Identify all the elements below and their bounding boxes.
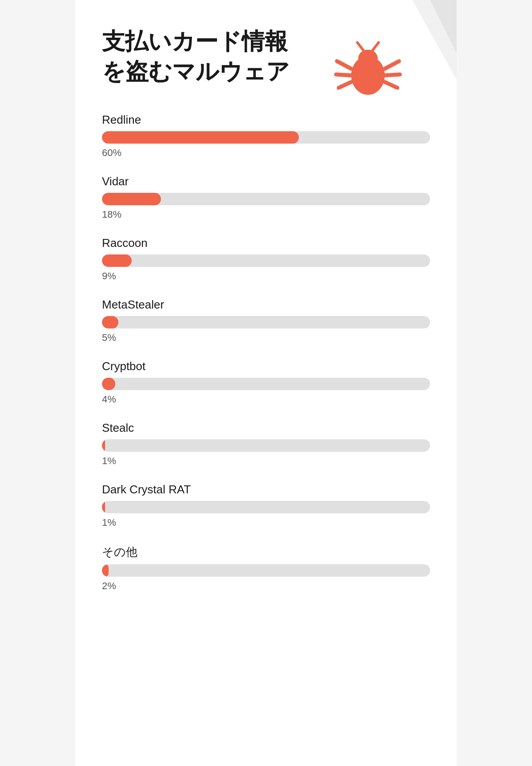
bar-label: Cryptbot <box>102 360 430 373</box>
bar-fill <box>102 254 132 267</box>
bar-label: Stealc <box>102 421 430 435</box>
bar-track <box>102 131 430 144</box>
bar-label: Dark Crystal RAT <box>102 483 430 496</box>
bar-label: Raccoon <box>102 236 430 250</box>
bar-pct-label: 9% <box>102 270 430 282</box>
bar-fill <box>102 439 105 452</box>
svg-line-8 <box>357 43 364 51</box>
bar-label: Redline <box>102 113 430 127</box>
bar-item: Dark Crystal RAT1% <box>102 483 430 528</box>
bar-item: Redline60% <box>102 113 430 159</box>
bar-pct-label: 1% <box>102 517 430 528</box>
bar-label: その他 <box>102 544 430 560</box>
bar-track <box>102 501 430 513</box>
bar-pct-label: 60% <box>102 147 430 159</box>
bar-label: MetaStealer <box>102 298 430 312</box>
page-title: 支払いカード情報を盗むマルウェア <box>102 27 315 86</box>
bar-label: Vidar <box>102 175 430 188</box>
bar-pct-label: 4% <box>102 394 430 405</box>
svg-line-7 <box>385 82 397 88</box>
bar-item: Cryptbot4% <box>102 360 430 405</box>
bar-item: MetaStealer5% <box>102 298 430 344</box>
bar-fill <box>102 378 115 390</box>
bar-fill <box>102 316 118 328</box>
svg-line-9 <box>372 43 379 51</box>
bar-track <box>102 254 430 267</box>
svg-line-2 <box>337 61 351 69</box>
svg-line-5 <box>385 61 399 69</box>
bar-pct-label: 18% <box>102 209 430 220</box>
bar-item: Stealc1% <box>102 421 430 467</box>
bar-fill <box>102 564 109 577</box>
main-card: 支払いカード情報を盗むマルウェア Redlin <box>75 0 457 766</box>
bar-fill <box>102 193 161 205</box>
svg-line-3 <box>336 74 351 75</box>
bar-track <box>102 193 430 205</box>
bug-icon <box>332 35 403 108</box>
svg-line-6 <box>385 74 400 75</box>
header: 支払いカード情報を盗むマルウェア <box>102 27 430 86</box>
bar-fill <box>102 131 299 144</box>
bar-pct-label: 1% <box>102 455 430 467</box>
bar-pct-label: 5% <box>102 332 430 344</box>
bar-track <box>102 564 430 577</box>
bar-item: Raccoon9% <box>102 236 430 282</box>
bar-item: その他2% <box>102 544 430 592</box>
bar-track <box>102 316 430 328</box>
svg-point-1 <box>358 50 378 67</box>
bar-fill <box>102 501 105 513</box>
bar-pct-label: 2% <box>102 580 430 592</box>
chart-container: Redline60%Vidar18%Raccoon9%MetaStealer5%… <box>102 113 430 592</box>
bar-track <box>102 439 430 452</box>
bar-item: Vidar18% <box>102 175 430 220</box>
bar-track <box>102 378 430 390</box>
svg-line-4 <box>339 82 351 88</box>
